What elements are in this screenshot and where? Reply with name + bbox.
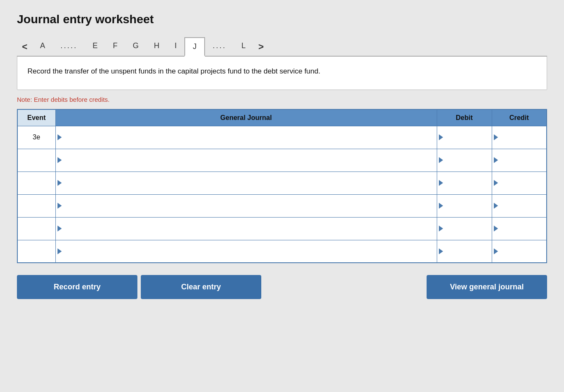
gj-input-1[interactable] [59, 156, 433, 163]
next-arrow[interactable]: > [253, 38, 269, 56]
col-header-debit: Debit [437, 109, 492, 126]
credit-input-1[interactable] [496, 156, 543, 163]
page-title: Journal entry worksheet [17, 13, 547, 26]
credit-arrow-icon-4 [494, 226, 498, 231]
debit-arrow-icon-4 [439, 226, 443, 231]
gj-cell-5[interactable] [55, 240, 437, 263]
view-general-journal-button[interactable]: View general journal [427, 275, 547, 299]
debit-input-5[interactable] [441, 248, 488, 255]
table-row: 3e [17, 126, 547, 149]
journal-table: Event General Journal Debit Credit 3e [17, 109, 547, 264]
credit-input-0[interactable] [496, 133, 543, 141]
gj-input-5[interactable] [59, 248, 433, 255]
gj-cell-4[interactable] [55, 217, 437, 240]
gj-cell-3[interactable] [55, 194, 437, 217]
debit-input-2[interactable] [441, 179, 488, 186]
credit-arrow-icon-5 [494, 248, 498, 254]
event-cell-3 [17, 194, 55, 217]
clear-entry-button[interactable]: Clear entry [141, 275, 261, 299]
debit-arrow-icon-3 [439, 203, 443, 209]
credit-cell-5[interactable] [492, 240, 547, 263]
gj-arrow-icon-1 [57, 157, 62, 163]
event-cell-5 [17, 240, 55, 263]
tab-dots1[interactable]: ..... [53, 37, 85, 56]
credit-cell-4[interactable] [492, 217, 547, 240]
credit-arrow-icon-0 [494, 134, 498, 140]
table-row [17, 240, 547, 263]
event-cell-1 [17, 149, 55, 172]
table-row [17, 149, 547, 172]
debit-input-0[interactable] [441, 133, 488, 141]
tab-G[interactable]: G [125, 37, 146, 56]
gj-input-4[interactable] [59, 225, 433, 232]
instruction-text: Record the transfer of the unspent funds… [27, 67, 320, 75]
credit-input-3[interactable] [496, 202, 543, 209]
gj-cell-2[interactable] [55, 172, 437, 194]
credit-cell-3[interactable] [492, 194, 547, 217]
prev-arrow[interactable]: < [17, 38, 33, 56]
gj-input-3[interactable] [59, 202, 433, 209]
tab-F[interactable]: F [105, 37, 125, 56]
button-row: Record entry Clear entry View general jo… [17, 275, 547, 299]
debit-arrow-icon-1 [439, 157, 443, 163]
gj-arrow-icon-3 [57, 203, 62, 209]
event-cell-4 [17, 217, 55, 240]
gj-input-2[interactable] [59, 179, 433, 186]
debit-input-3[interactable] [441, 202, 488, 209]
col-header-gj: General Journal [55, 109, 437, 126]
credit-input-2[interactable] [496, 179, 543, 186]
instruction-box: Record the transfer of the unspent funds… [17, 57, 547, 90]
credit-input-4[interactable] [496, 225, 543, 232]
gj-input-0[interactable] [59, 133, 433, 141]
tab-J[interactable]: J [184, 37, 205, 57]
debit-arrow-icon-0 [439, 134, 443, 140]
tab-navigation: < A ..... E F G H I J .... L > [17, 36, 547, 56]
debit-cell-4[interactable] [437, 217, 492, 240]
gj-cell-0[interactable] [55, 126, 437, 149]
table-row [17, 194, 547, 217]
debit-cell-3[interactable] [437, 194, 492, 217]
debit-input-1[interactable] [441, 156, 488, 163]
col-header-event: Event [17, 109, 55, 126]
gj-arrow-icon-4 [57, 226, 62, 231]
credit-arrow-icon-2 [494, 180, 498, 186]
credit-arrow-icon-1 [494, 157, 498, 163]
event-cell-2 [17, 172, 55, 194]
tab-L[interactable]: L [234, 37, 253, 56]
tab-A[interactable]: A [33, 37, 53, 56]
event-cell-0: 3e [17, 126, 55, 149]
gj-arrow-icon-0 [57, 134, 62, 140]
gj-arrow-icon-5 [57, 248, 62, 254]
debit-cell-5[interactable] [437, 240, 492, 263]
tab-E[interactable]: E [85, 37, 105, 56]
debit-arrow-icon-2 [439, 180, 443, 186]
debit-cell-2[interactable] [437, 172, 492, 194]
table-row [17, 172, 547, 194]
note-text: Note: Enter debits before credits. [17, 96, 547, 103]
debit-input-4[interactable] [441, 225, 488, 232]
col-header-credit: Credit [492, 109, 547, 126]
debit-cell-1[interactable] [437, 149, 492, 172]
debit-arrow-icon-5 [439, 248, 443, 254]
tab-I[interactable]: I [167, 37, 184, 56]
tab-dots2[interactable]: .... [205, 37, 234, 56]
credit-input-5[interactable] [496, 248, 543, 255]
credit-cell-2[interactable] [492, 172, 547, 194]
credit-cell-1[interactable] [492, 149, 547, 172]
credit-cell-0[interactable] [492, 126, 547, 149]
credit-arrow-icon-3 [494, 203, 498, 209]
table-row [17, 217, 547, 240]
gj-arrow-icon-2 [57, 180, 62, 186]
record-entry-button[interactable]: Record entry [17, 275, 137, 299]
gj-cell-1[interactable] [55, 149, 437, 172]
tab-H[interactable]: H [146, 37, 167, 56]
debit-cell-0[interactable] [437, 126, 492, 149]
